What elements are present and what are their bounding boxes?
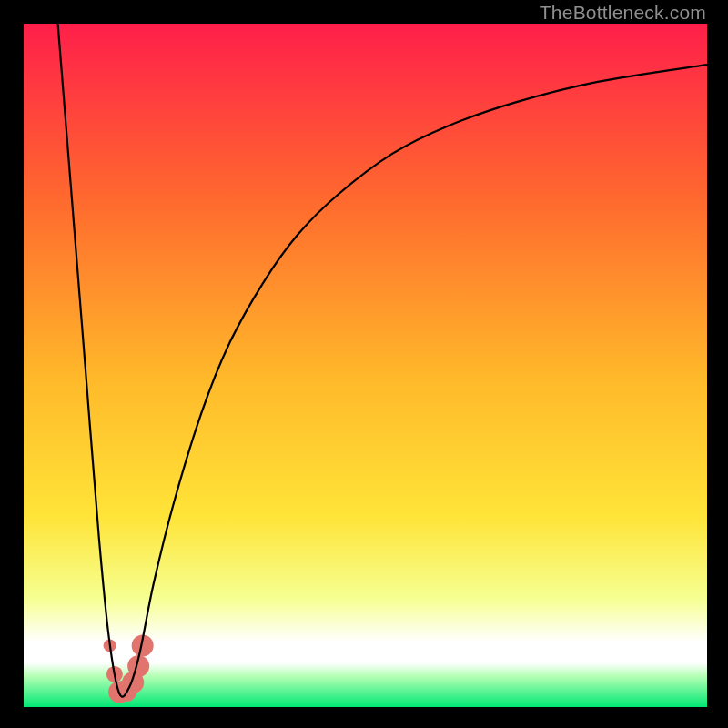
chart-frame: TheBottleneck.com <box>0 0 728 728</box>
plot-area <box>24 24 707 707</box>
curve-layer <box>24 24 707 707</box>
bottleneck-curve <box>58 24 707 697</box>
attribution-label: TheBottleneck.com <box>540 2 706 24</box>
